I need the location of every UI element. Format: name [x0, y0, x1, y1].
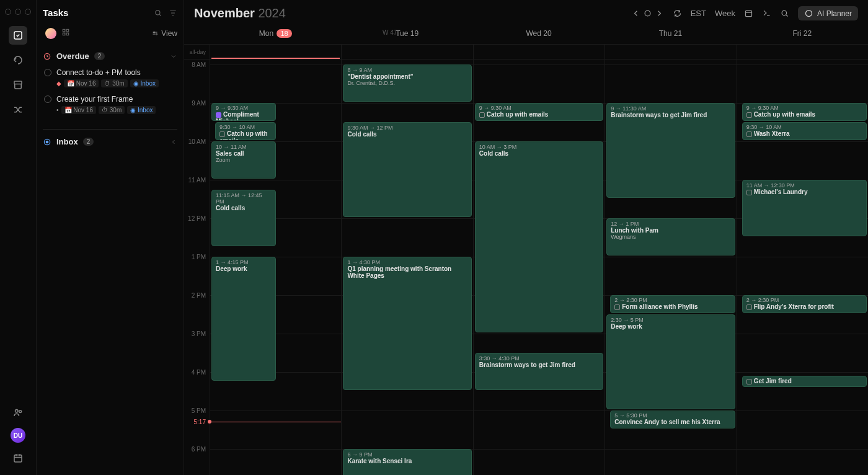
calendar-event[interactable]: 1 → 4:15 PMDeep work — [211, 257, 276, 381]
avatar[interactable]: DU — [11, 428, 25, 443]
task-item[interactable]: Connect to-do + PM tools ◆ 📅 Nov 16 ⏱ 30… — [43, 68, 177, 87]
event-title: Q1 planning meeting with Scranton White … — [347, 265, 467, 279]
search-icon[interactable] — [780, 9, 789, 18]
event-checkbox[interactable] — [219, 131, 225, 137]
workspace-chip[interactable] — [45, 28, 56, 39]
filter-icon[interactable] — [169, 9, 177, 17]
minimize-icon[interactable] — [15, 9, 21, 15]
calendar-event[interactable]: 9:30 → 10 AMCatch up with emails — [215, 122, 276, 140]
svg-point-15 — [645, 11, 650, 16]
event-checkbox[interactable] — [746, 304, 752, 310]
day-column[interactable]: 8 → 9 AM"Dentist appointment"Dr. Crentis… — [341, 60, 472, 475]
calendar-event[interactable]: 2 → 2:30 PMFlip Andy's Xterra for profit — [742, 295, 867, 313]
day-header[interactable]: Tue 19 — [341, 25, 472, 44]
event-time: 9 → 9:30 AM — [479, 105, 599, 111]
tasks-icon[interactable] — [9, 26, 27, 45]
maximize-icon[interactable] — [25, 9, 31, 15]
window-controls — [5, 9, 31, 15]
overdue-section-header[interactable]: Overdue 2 — [43, 51, 177, 61]
next-week-icon[interactable] — [655, 9, 664, 18]
task-checkbox[interactable] — [44, 69, 51, 76]
day-column[interactable]: 9 → 11:30 AMBrainstorm ways to get Jim f… — [604, 60, 736, 475]
calendar-event[interactable]: 9:30 → 10 AMWash Xterra — [742, 122, 867, 140]
calendar-event[interactable]: 2:30 → 5 PMDeep work — [606, 314, 735, 409]
event-checkbox[interactable] — [479, 112, 485, 118]
view-mode-label[interactable]: Week — [715, 9, 735, 18]
day-column[interactable]: 9 → 9:30 AMCompliment Michael9:30 → 10 A… — [210, 60, 341, 475]
calendar-event[interactable]: 11 AM → 12:30 PMMichael's Laundry — [742, 180, 867, 236]
task-duration-chip: ⏱ 30m — [99, 106, 125, 114]
time-label: 4 PM — [192, 369, 206, 376]
calendar-event[interactable]: 1 → 4:30 PMQ1 planning meeting with Scra… — [343, 257, 471, 390]
calendar-event[interactable]: 6 → 9 PMKarate with Sensei Ira — [343, 449, 471, 475]
calendar-event[interactable]: 9 → 9:30 AMCatch up with emails — [475, 103, 603, 121]
calendar-event[interactable]: 9 → 9:30 AMCompliment Michael — [211, 103, 276, 121]
event-checkbox[interactable] — [746, 190, 752, 195]
overdue-clock-icon — [43, 52, 51, 61]
event-checkbox[interactable] — [746, 131, 752, 137]
calendar-event[interactable]: 2 → 2:30 PMForm alliance with Phyllis — [610, 295, 735, 313]
event-title: Michael's Laundry — [746, 189, 862, 195]
shuffle-icon[interactable] — [9, 100, 27, 119]
inbox-section-header[interactable]: Inbox 2 — [43, 137, 177, 146]
prev-week-icon[interactable] — [631, 9, 640, 18]
ai-planner-button[interactable]: AI Planner — [798, 6, 858, 20]
command-icon[interactable] — [762, 9, 771, 18]
day-header[interactable]: Fri 22 — [737, 25, 868, 44]
people-icon[interactable] — [9, 403, 27, 422]
layouts-icon[interactable] — [61, 28, 70, 39]
today-icon[interactable] — [643, 9, 652, 18]
event-time: 11 AM → 12:30 PM — [746, 182, 862, 189]
day-header[interactable]: Thu 21 — [604, 25, 736, 44]
event-checkbox[interactable] — [746, 112, 752, 118]
event-checkbox[interactable] — [216, 112, 221, 118]
calendar-icon[interactable] — [744, 9, 753, 18]
allday-row: all-day — [184, 45, 868, 60]
day-column[interactable]: 9 → 9:30 AMCatch up with emails10 AM → 3… — [473, 60, 604, 475]
day-column[interactable]: 9 → 9:30 AMCatch up with emails9:30 → 10… — [737, 60, 868, 475]
calendar-event[interactable]: 5 → 5:30 PMConvince Andy to sell me his … — [610, 411, 735, 428]
calendar-event[interactable]: Get Jim fired — [742, 376, 867, 387]
calendar-grid[interactable]: 8 AM9 AM10 AM11 AM12 PM1 PM2 PM3 PM4 PM5… — [184, 60, 868, 475]
event-time: 9 → 9:30 AM — [216, 105, 272, 111]
calendar-event[interactable]: 10 AM → 3 PMCold calls — [475, 141, 603, 332]
event-checkbox[interactable] — [746, 379, 752, 384]
allday-cell[interactable] — [604, 45, 736, 59]
overdue-count: 2 — [94, 52, 105, 60]
calendar-event[interactable]: 9 → 9:30 AMCatch up with emails — [742, 103, 867, 121]
calendar-event[interactable]: 10 → 11 AMSales callZoom — [211, 141, 276, 179]
event-time: 9 → 11:30 AM — [611, 105, 730, 112]
task-item[interactable]: Create your first Frame • 📅 Nov 16 ⏱ 30m… — [43, 95, 177, 114]
time-label: 2 PM — [192, 292, 206, 299]
overdue-label: Overdue — [56, 51, 89, 61]
allday-cell[interactable] — [210, 45, 341, 59]
allday-cell[interactable] — [473, 45, 604, 59]
timezone-label[interactable]: EST — [691, 9, 706, 18]
event-title: Brainstorm ways to get Jim fired — [611, 112, 730, 118]
calendar-event[interactable]: 9 → 11:30 AMBrainstorm ways to get Jim f… — [606, 103, 735, 198]
task-checkbox[interactable] — [44, 95, 51, 103]
day-header[interactable]: Mon 18 — [210, 25, 341, 44]
calendar-event[interactable]: 12 → 1 PMLunch with PamWegmans — [606, 218, 735, 255]
inbox-icon — [43, 138, 51, 146]
svg-point-3 — [19, 411, 22, 413]
view-button[interactable]: View — [151, 29, 177, 38]
calendar-area: November 2024 EST Week AI Planner W 47 M… — [184, 0, 868, 475]
event-checkbox[interactable] — [614, 304, 620, 310]
calendar-event[interactable]: 11:15 AM → 12:45 PMCold calls — [211, 190, 276, 246]
event-time: 12 → 1 PM — [611, 221, 730, 227]
day-header[interactable]: Wed 20 — [473, 25, 604, 44]
routines-icon[interactable] — [9, 51, 27, 69]
event-time: 9 → 9:30 AM — [746, 105, 862, 111]
allday-cell[interactable] — [737, 45, 868, 59]
time-label: 10 AM — [188, 138, 206, 145]
calendar-event[interactable]: 8 → 9 AM"Dentist appointment"Dr. Crentis… — [343, 64, 471, 102]
allday-cell[interactable] — [341, 45, 472, 59]
calendar-event[interactable]: 9:30 AM → 12 PMCold calls — [343, 122, 471, 217]
archive-icon[interactable] — [9, 76, 27, 94]
refresh-icon[interactable] — [673, 9, 682, 18]
calendar-event[interactable]: 3:30 → 4:30 PMBrainstorm ways to get Jim… — [475, 353, 603, 390]
calendar-app-icon[interactable] — [9, 449, 27, 468]
close-icon[interactable] — [5, 9, 11, 15]
search-icon[interactable] — [154, 9, 162, 17]
